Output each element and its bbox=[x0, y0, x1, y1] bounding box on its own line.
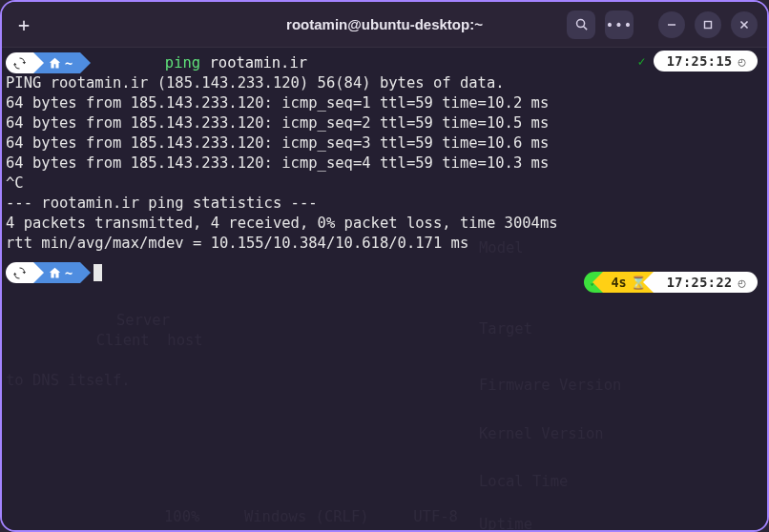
output-line: 64 bytes from 185.143.233.120: icmp_seq=… bbox=[4, 93, 765, 113]
titlebar-controls: ••• bbox=[567, 10, 758, 39]
command-arg: rootamin.ir bbox=[209, 54, 307, 72]
terminal-window: + rootamin@ubuntu-desktop:~ ••• Server bbox=[0, 0, 769, 532]
home-icon bbox=[49, 267, 61, 279]
prompt-path-text: ~ bbox=[65, 53, 73, 73]
close-button[interactable] bbox=[731, 11, 758, 38]
close-icon bbox=[739, 20, 749, 30]
maximize-button[interactable] bbox=[695, 11, 721, 38]
clock-icon: ◴ bbox=[738, 51, 746, 72]
output-line: 64 bytes from 185.143.233.120: icmp_seq=… bbox=[4, 133, 765, 153]
new-tab-button[interactable]: + bbox=[11, 12, 36, 37]
titlebar: + rootamin@ubuntu-desktop:~ ••• bbox=[2, 2, 767, 48]
duration-text: 4s bbox=[611, 273, 626, 293]
cycle-icon bbox=[13, 267, 26, 279]
ghost-text: Local Time bbox=[479, 472, 568, 492]
ghost-text: 100% Windows (CRLF) UTF-8 bbox=[4, 507, 458, 527]
output-line: rtt min/avg/max/mdev = 10.155/10.384/10.… bbox=[4, 234, 765, 254]
svg-rect-3 bbox=[705, 21, 712, 28]
ghost-text: Uptime bbox=[479, 515, 532, 530]
command-name: ping bbox=[165, 54, 200, 72]
output-line: --- rootamin.ir ping statistics --- bbox=[4, 194, 765, 214]
prompt-time: 17:25:22 bbox=[667, 273, 733, 293]
prompt-segment-status bbox=[6, 262, 33, 283]
home-icon bbox=[49, 57, 61, 70]
menu-button[interactable]: ••• bbox=[605, 10, 634, 39]
ghost-text: Server bbox=[90, 311, 170, 331]
ghost-text: to DNS itself. bbox=[6, 371, 131, 391]
ghost-text: Firmware Version bbox=[479, 376, 621, 396]
prompt-time: 17:25:15 bbox=[667, 51, 733, 72]
clock-icon: ◴ bbox=[738, 273, 746, 293]
prompt-right-status-2: ✓ 4s ⌛ 17:25:22 ◴ bbox=[584, 272, 758, 293]
prompt-time-pill: 17:25:15 ◴ bbox=[654, 51, 758, 72]
ghost-text: Kernel Version bbox=[479, 424, 604, 444]
kebab-icon: ••• bbox=[606, 17, 633, 32]
prompt-segment-status bbox=[6, 52, 33, 73]
ghost-text: Target bbox=[479, 319, 532, 339]
svg-line-1 bbox=[583, 27, 586, 30]
prompt-time-pill: 17:25:22 ◴ bbox=[654, 272, 758, 293]
search-icon bbox=[574, 17, 589, 31]
output-line: 64 bytes from 185.143.233.120: icmp_seq=… bbox=[4, 153, 765, 174]
output-line: 4 packets transmitted, 4 received, 0% pa… bbox=[4, 214, 765, 234]
prompt-path-text: ~ bbox=[65, 263, 73, 283]
cursor[interactable] bbox=[94, 264, 102, 281]
output-line: 64 bytes from 185.143.233.120: icmp_seq=… bbox=[4, 113, 765, 133]
maximize-icon bbox=[703, 20, 713, 30]
cycle-icon bbox=[13, 57, 26, 70]
svg-point-0 bbox=[576, 20, 584, 28]
terminal-body[interactable]: Server Client host to DNS itself. 100% W… bbox=[2, 48, 767, 530]
minimize-icon bbox=[667, 20, 676, 30]
output-line: ^C bbox=[4, 174, 765, 194]
search-button[interactable] bbox=[567, 10, 595, 39]
ghost-text: Client host bbox=[52, 331, 203, 351]
prompt-right-status-1: ✓ 17:25:15 ◴ bbox=[631, 51, 759, 72]
output-line: PING rootamin.ir (185.143.233.120) 56(84… bbox=[4, 73, 765, 93]
minimize-button[interactable] bbox=[658, 11, 685, 38]
check-icon: ✓ bbox=[638, 51, 646, 72]
